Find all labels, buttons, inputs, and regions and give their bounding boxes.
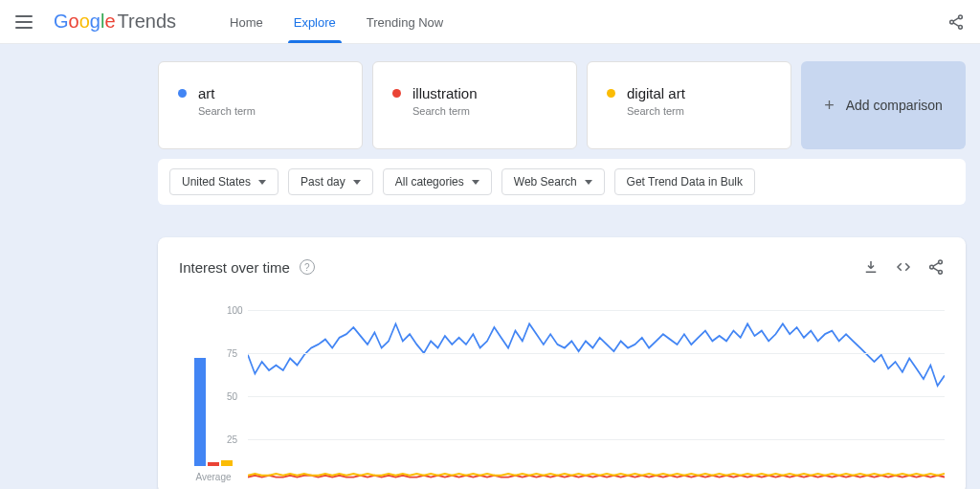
bulk-data-label: Get Trend Data in Bulk: [627, 175, 743, 189]
category-filter-label: All categories: [395, 175, 464, 189]
y-tick: 100: [227, 305, 243, 316]
help-icon[interactable]: ?: [300, 259, 315, 275]
logo-trends-text: Trends: [118, 11, 177, 33]
add-comparison-button[interactable]: + Add comparison: [801, 61, 966, 149]
term-name: art: [198, 85, 215, 101]
svg-line-4: [953, 22, 959, 25]
bulk-data-button[interactable]: Get Trend Data in Bulk: [614, 168, 755, 195]
chevron-down-icon: [258, 180, 266, 185]
download-icon[interactable]: [862, 258, 880, 276]
interest-over-time-card: Interest over time ?: [158, 237, 966, 489]
chart-title: Interest over time: [179, 259, 290, 276]
embed-icon[interactable]: [895, 258, 912, 276]
share-icon[interactable]: [927, 258, 945, 276]
share-icon[interactable]: [947, 13, 965, 31]
svg-line-8: [933, 263, 939, 266]
svg-point-5: [939, 260, 943, 264]
svg-line-9: [933, 268, 939, 271]
term-card-illustration[interactable]: illustration Search term: [372, 61, 577, 149]
svg-point-7: [939, 270, 943, 274]
term-color-dot: [178, 89, 187, 98]
term-name: digital art: [627, 85, 685, 101]
series-line-art: [248, 323, 945, 386]
nav-explore[interactable]: Explore: [278, 2, 351, 42]
plus-icon: +: [824, 96, 835, 116]
avg-bar-illustration: [208, 462, 219, 466]
average-column: Average: [179, 310, 248, 482]
term-subtitle: Search term: [198, 105, 343, 117]
filters-bar: United States Past day All categories We…: [158, 159, 966, 205]
geo-filter[interactable]: United States: [169, 168, 278, 195]
search-type-filter[interactable]: Web Search: [501, 168, 605, 195]
chart-plot-area: Jan 5 at 1:3... Jan 5 at 10:32 PM Jan 6 …: [248, 310, 945, 482]
series-line-digital-art: [248, 474, 945, 476]
search-terms-section: art Search term illustration Search term…: [0, 44, 980, 489]
avg-bar-art: [194, 358, 206, 466]
primary-nav: Home Explore Trending Now: [214, 2, 458, 42]
google-trends-logo[interactable]: Google Trends: [54, 11, 176, 33]
svg-point-1: [950, 20, 954, 24]
time-filter-label: Past day: [301, 175, 345, 189]
y-tick: 50: [227, 391, 237, 402]
chart-body: Average Jan 5 at 1:3... Jan 5 at 10:32 P…: [179, 310, 945, 482]
term-color-dot: [392, 89, 401, 98]
menu-icon[interactable]: [15, 11, 38, 33]
term-card-digital-art[interactable]: digital art Search term: [587, 61, 791, 149]
y-tick: 25: [227, 434, 237, 445]
average-label: Average: [195, 472, 231, 482]
svg-point-0: [959, 14, 963, 18]
svg-point-6: [930, 265, 934, 269]
add-comparison-label: Add comparison: [846, 98, 943, 113]
category-filter[interactable]: All categories: [383, 168, 492, 195]
app-header: Google Trends Home Explore Trending Now: [0, 0, 980, 44]
avg-bar-digital-art: [221, 460, 233, 466]
svg-point-2: [959, 25, 963, 29]
svg-line-3: [953, 17, 959, 20]
nav-trending-now[interactable]: Trending Now: [351, 2, 458, 42]
search-type-filter-label: Web Search: [514, 175, 577, 189]
nav-home[interactable]: Home: [214, 2, 278, 42]
term-color-dot: [607, 89, 615, 98]
term-name: illustration: [412, 85, 478, 101]
term-subtitle: Search term: [627, 105, 771, 117]
time-filter[interactable]: Past day: [288, 168, 373, 195]
chevron-down-icon: [472, 180, 479, 185]
term-subtitle: Search term: [412, 105, 557, 117]
term-cards-row: art Search term illustration Search term…: [158, 61, 966, 149]
term-card-art[interactable]: art Search term: [158, 61, 363, 149]
chevron-down-icon: [353, 180, 361, 185]
y-tick: 75: [227, 348, 237, 359]
chevron-down-icon: [585, 180, 592, 185]
geo-filter-label: United States: [182, 175, 251, 189]
